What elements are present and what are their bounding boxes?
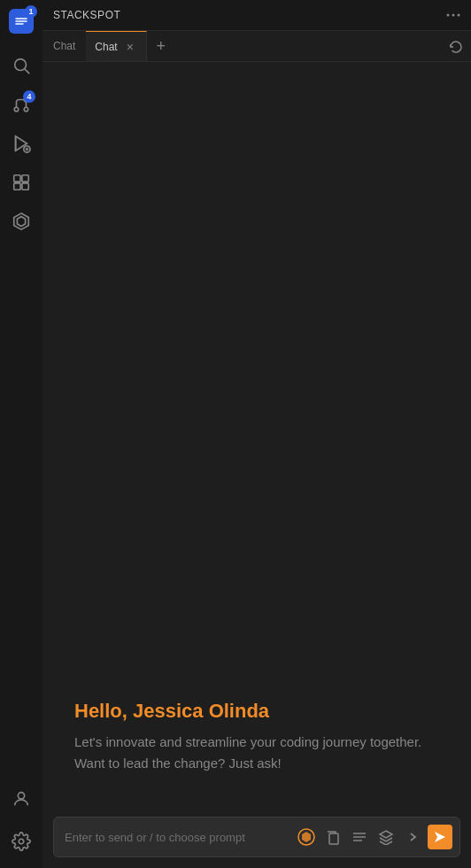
send-button[interactable] — [428, 825, 452, 849]
sidebar-item-search[interactable] — [0, 46, 42, 85]
welcome-body: Let's innovate and streamline your codin… — [74, 732, 439, 774]
more-options-button[interactable] — [443, 4, 464, 26]
activity-bar: 1 4 — [0, 0, 42, 868]
svg-point-1 — [15, 59, 27, 71]
welcome-greeting: Hello, Jessica Olinda — [74, 700, 439, 723]
tab-chat-active[interactable]: Chat × — [86, 31, 146, 61]
input-area — [42, 810, 471, 868]
sidebar-item-stackspot[interactable] — [0, 202, 42, 241]
stackspot-icon-button[interactable] — [295, 825, 318, 849]
tab-chat-label: Chat — [95, 41, 117, 53]
svg-point-18 — [19, 839, 24, 844]
activity-bar-top: 1 4 — [0, 0, 42, 779]
svg-rect-13 — [14, 183, 20, 190]
source-control-badge: 4 — [23, 90, 35, 103]
chat-messages: Hello, Jessica Olinda Let's innovate and… — [42, 62, 471, 810]
svg-rect-12 — [22, 175, 28, 182]
tab-close-button[interactable]: × — [123, 40, 137, 54]
sidebar-item-account[interactable] — [0, 779, 42, 818]
activity-bar-bottom — [0, 779, 42, 868]
title-bar: STACKSPOT — [42, 0, 471, 31]
svg-point-3 — [14, 107, 19, 112]
tab-spacer — [175, 31, 440, 61]
svg-rect-14 — [22, 183, 28, 190]
welcome-section: Hello, Jessica Olinda Let's innovate and… — [60, 682, 453, 792]
format-icon-button[interactable] — [348, 825, 371, 849]
svg-line-2 — [25, 69, 29, 74]
title-actions — [443, 4, 464, 26]
svg-marker-16 — [17, 217, 25, 227]
svg-point-20 — [452, 14, 455, 17]
sidebar-item-run[interactable] — [0, 124, 42, 163]
svg-point-19 — [447, 14, 450, 17]
sidebar-item-source-control[interactable]: 4 — [0, 85, 42, 124]
tab-inactive-chat[interactable]: Chat — [42, 31, 86, 61]
svg-marker-6 — [16, 136, 27, 151]
svg-point-21 — [458, 14, 460, 17]
app-title: STACKSPOT — [53, 9, 120, 21]
expand-icon-button[interactable] — [401, 825, 424, 849]
chat-content: Hello, Jessica Olinda Let's innovate and… — [42, 62, 471, 868]
logo-badge: 1 — [25, 5, 37, 18]
copy-icon-button[interactable] — [321, 825, 344, 849]
sidebar-item-extensions[interactable] — [0, 163, 42, 202]
svg-marker-28 — [380, 831, 392, 838]
svg-point-5 — [24, 107, 28, 112]
svg-rect-24 — [329, 833, 338, 844]
input-actions — [295, 825, 452, 849]
logo-area[interactable]: 1 — [0, 0, 42, 43]
input-container — [53, 817, 460, 857]
svg-marker-23 — [302, 832, 311, 842]
tab-bar: Chat Chat × + — [42, 31, 471, 62]
tab-add-button[interactable]: + — [147, 31, 175, 62]
chat-input[interactable] — [65, 831, 290, 844]
svg-rect-11 — [14, 175, 20, 182]
sidebar-item-settings[interactable] — [0, 822, 42, 861]
layers-icon-button[interactable] — [374, 825, 398, 849]
chat-history-button[interactable] — [440, 31, 471, 62]
svg-point-17 — [18, 793, 24, 799]
main-area: STACKSPOT Chat Chat × + — [42, 0, 471, 868]
